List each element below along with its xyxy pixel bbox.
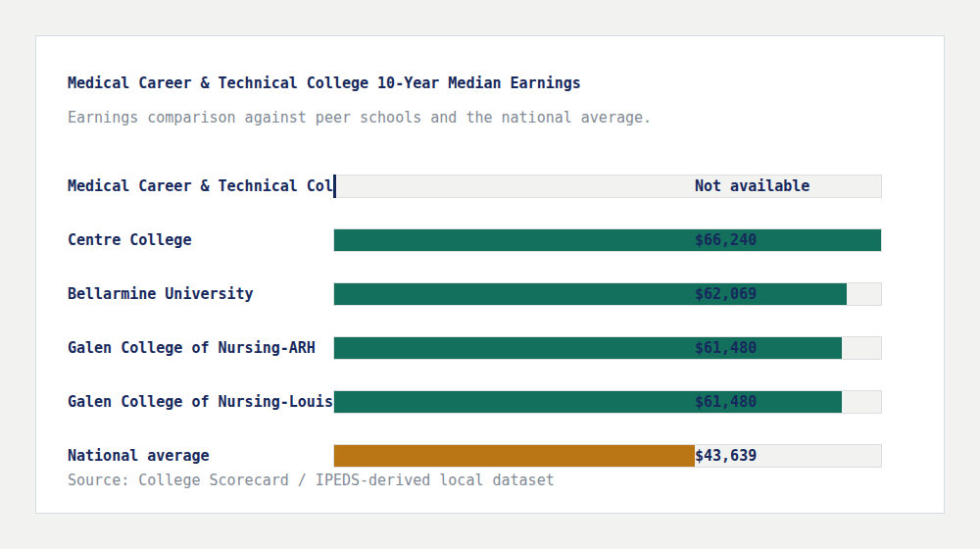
chart-source: Source: College Scorecard / IPEDS-derive…	[68, 473, 555, 488]
bar-row: Medical Career & Technical Col Not avail…	[68, 175, 913, 198]
bar-value-label: Not available	[695, 175, 809, 199]
bar-value-label: $43,639	[695, 445, 757, 469]
bar-fill	[334, 337, 842, 359]
row-label: Galen College of Nursing-ARH	[68, 336, 333, 360]
bar-fill	[334, 229, 881, 251]
bar-fill	[334, 391, 842, 413]
zero-marker	[333, 175, 336, 198]
bar-value-label: $61,480	[695, 337, 757, 361]
bar-value-label: $61,480	[695, 391, 757, 415]
bar-fill	[334, 445, 695, 467]
chart-subtitle: Earnings comparison against peer schools…	[68, 110, 652, 125]
bar-row: Centre College $66,240	[68, 228, 913, 252]
bar-row: National average $43,639	[68, 444, 913, 468]
bar-fill	[334, 283, 847, 305]
bar-track: Not available	[333, 175, 882, 198]
bar-track: $61,480	[333, 390, 882, 414]
row-label: Bellarmine University	[68, 282, 333, 306]
chart-title: Medical Career & Technical College 10-Ye…	[68, 75, 581, 91]
bar-row: Galen College of Nursing-Louis $61,480	[68, 390, 913, 414]
row-label: National average	[68, 444, 333, 468]
bar-chart: Medical Career & Technical Col Not avail…	[68, 175, 913, 469]
bar-value-label: $66,240	[695, 229, 757, 253]
bar-track: $66,240	[333, 228, 882, 252]
bar-track: $43,639	[333, 444, 882, 468]
bar-track: $61,480	[333, 336, 882, 360]
row-label: Centre College	[68, 228, 333, 252]
bar-row: Bellarmine University $62,069	[68, 282, 913, 306]
bar-track: $62,069	[333, 282, 882, 306]
chart-card: Medical Career & Technical College 10-Ye…	[35, 35, 945, 514]
row-label: Galen College of Nursing-Louis	[68, 390, 333, 414]
bar-row: Galen College of Nursing-ARH $61,480	[68, 336, 913, 360]
bar-value-label: $62,069	[695, 283, 757, 307]
row-label: Medical Career & Technical Col	[68, 175, 333, 198]
